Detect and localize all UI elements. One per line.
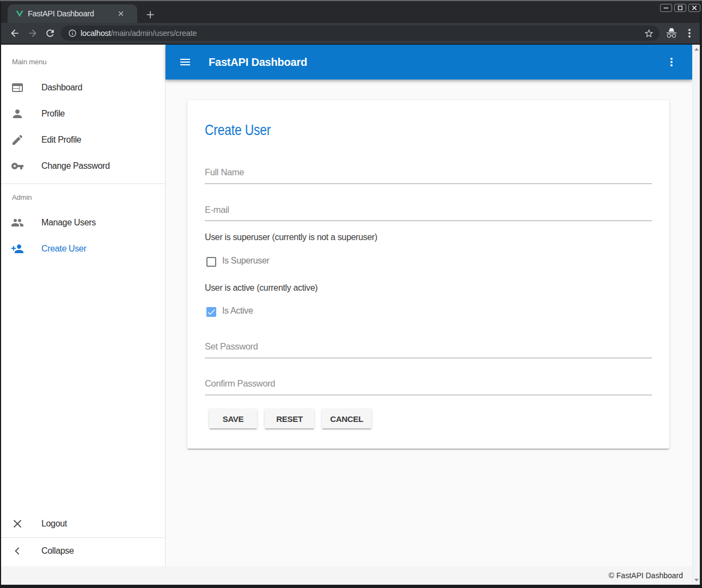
browser-toolbar: localhost/main/admin/users/create [1, 23, 700, 44]
forward-arrow-icon[interactable] [27, 28, 38, 39]
sidebar-item-label: Edit Profile [41, 135, 81, 145]
sidebar-item-dashboard[interactable]: Dashboard [1, 75, 165, 101]
set-password-field[interactable]: Set Password [205, 341, 258, 352]
save-button[interactable]: SAVE [209, 409, 257, 428]
create-user-card: Create User Full Name E-mail User is sup… [187, 100, 669, 449]
web-page: Main menu Dashboard Profile Edit Profile… [1, 45, 700, 585]
sidebar-item-collapse[interactable]: Collapse [1, 538, 165, 564]
card-title: Create User [205, 121, 271, 139]
web-icon [11, 81, 24, 94]
sidebar-item-edit-profile[interactable]: Edit Profile [1, 127, 165, 153]
key-icon [11, 160, 24, 173]
sidebar-main-menu-header: Main menu [12, 58, 46, 66]
page-scrollbar[interactable] [692, 45, 700, 585]
sidebar-admin-header: Admin [12, 193, 32, 201]
superuser-note: User is superuser (currently is not a su… [205, 232, 377, 242]
sidebar-item-manage-users[interactable]: Manage Users [1, 210, 165, 236]
email-field[interactable]: E-mail [205, 205, 229, 215]
reset-button[interactable]: RESET [265, 409, 314, 428]
new-tab-plus-icon[interactable] [144, 8, 157, 21]
bookmark-star-icon[interactable] [644, 28, 654, 39]
sidebar-item-label: Logout [41, 519, 67, 529]
is-active-label[interactable]: Is Active [222, 306, 253, 316]
hamburger-menu-icon[interactable] [179, 56, 192, 69]
person-add-icon [11, 242, 24, 255]
sidebar-divider [1, 183, 166, 184]
site-info-icon[interactable] [68, 29, 77, 38]
page-footer: © FastAPI Dashboard [1, 566, 692, 585]
window-maximize-button[interactable] [674, 4, 686, 12]
sidebar-item-label: Manage Users [41, 218, 96, 228]
cancel-button[interactable]: CANCEL [322, 409, 371, 428]
full-name-underline [205, 183, 652, 184]
is-superuser-label[interactable]: Is Superuser [222, 256, 270, 266]
url-path: /main/admin/users/create [111, 29, 197, 38]
window-close-button[interactable] [688, 4, 700, 12]
sidebar-item-profile[interactable]: Profile [1, 101, 165, 127]
close-icon [11, 517, 24, 530]
active-note: User is active (currently active) [205, 283, 318, 293]
email-underline [205, 220, 652, 221]
browser-kebab-menu-icon[interactable] [685, 27, 694, 39]
set-password-underline [205, 358, 652, 358]
full-name-field[interactable]: Full Name [205, 167, 244, 177]
person-icon [11, 107, 24, 120]
incognito-icon [666, 27, 677, 39]
browser-tab[interactable]: FastAPI Dashboard [8, 4, 137, 23]
sidebar-navigation-drawer: Main menu Dashboard Profile Edit Profile… [1, 45, 166, 566]
tab-title: FastAPI Dashboard [28, 9, 117, 18]
sidebar-item-logout[interactable]: Logout [1, 511, 165, 537]
sidebar-item-create-user[interactable]: Create User [1, 236, 165, 262]
app-kebab-menu-icon[interactable] [667, 56, 676, 69]
confirm-password-field[interactable]: Confirm Password [205, 378, 275, 389]
people-icon [11, 216, 24, 229]
vue-logo-favicon [15, 9, 24, 18]
url-address-bar[interactable]: localhost/main/admin/users/create [61, 26, 660, 41]
browser-tabstrip: FastAPI Dashboard [1, 1, 700, 23]
sidebar-item-label: Dashboard [41, 83, 82, 93]
url-text: localhost/main/admin/users/create [81, 29, 197, 38]
reload-icon[interactable] [45, 28, 56, 39]
chevron-left-icon [11, 544, 24, 558]
scrollbar-down-arrow-icon[interactable] [694, 579, 699, 581]
is-active-checkbox[interactable] [206, 307, 216, 317]
sidebar-item-label: Create User [41, 244, 86, 254]
window-frame-right [700, 1, 702, 585]
confirm-password-underline [205, 395, 652, 395]
sidebar-item-label: Change Password [41, 161, 110, 171]
pencil-icon [11, 133, 24, 146]
window-minimize-button[interactable] [660, 4, 672, 12]
sidebar-item-change-password[interactable]: Change Password [1, 153, 165, 179]
footer-copyright: © FastAPI Dashboard [609, 571, 683, 580]
back-arrow-icon[interactable] [9, 28, 20, 39]
app-title: FastAPI Dashboard [209, 56, 307, 69]
url-host: localhost [81, 29, 111, 38]
sidebar-item-label: Profile [41, 109, 65, 119]
sidebar-item-label: Collapse [41, 546, 74, 556]
window-frame-bottom [0, 585, 702, 588]
scrollbar-up-arrow-icon[interactable] [694, 48, 699, 51]
tab-close-icon[interactable] [117, 9, 125, 18]
is-superuser-checkbox[interactable] [206, 257, 216, 267]
app-toolbar: FastAPI Dashboard [166, 45, 692, 79]
